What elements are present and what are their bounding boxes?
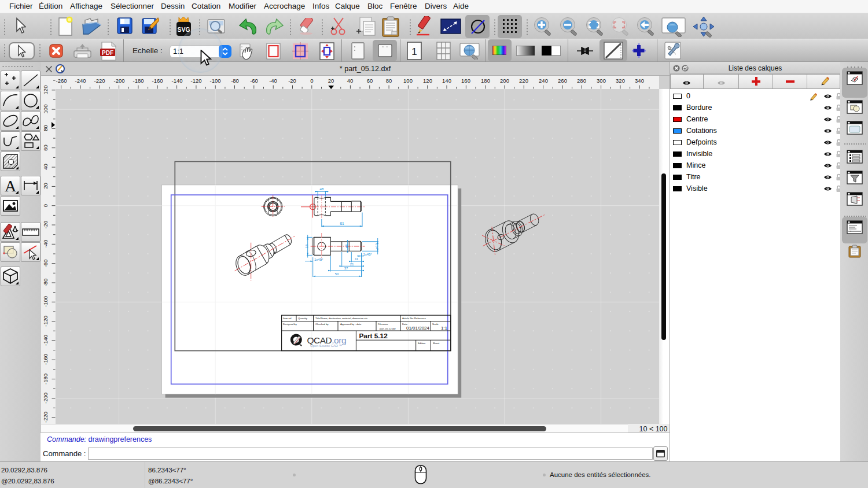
svg-text:1: 1 [411,46,417,57]
svg-text:37: 37 [344,267,348,270]
svg-text:11: 11 [355,257,359,261]
svg-text:1:1: 1:1 [441,326,448,331]
svg-text:1x45°: 1x45° [314,258,323,261]
svg-text:Filename: Filename [378,323,388,326]
svg-text:ø8: ø8 [319,187,324,191]
svg-text:ø8: ø8 [345,244,348,249]
svg-text:Open Source CAD ™: Open Source CAD ™ [310,344,342,347]
svg-text:A: A [5,177,17,195]
svg-text:21: 21 [350,263,354,266]
svg-text:Title/Name, destination, mater: Title/Name, destination, material, dimen… [315,317,368,320]
svg-text:Designed by: Designed by [283,323,297,326]
svg-text:Approved by - date: Approved by - date [340,323,362,326]
svg-text:Part 5.12: Part 5.12 [359,332,388,340]
svg-text:Article No./Reference: Article No./Reference [402,317,426,320]
svg-text:1x45°: 1x45° [363,253,373,256]
svg-text:Edition: Edition [418,342,426,345]
svg-text:50: 50 [335,272,339,276]
svg-text:Quantity: Quantity [298,317,308,320]
svg-text:PDF: PDF [102,50,113,56]
svg-text:Checked by: Checked by [315,323,329,326]
svg-text:01/01/2024: 01/01/2024 [406,326,430,331]
svg-text:Scale: Scale [432,323,439,326]
svg-text:ø10: ø10 [375,243,378,249]
svg-text:18: 18 [305,244,308,248]
svg-text:part_05.12.dxf: part_05.12.dxf [380,327,396,330]
svg-text:Sheet: Sheet [433,342,440,345]
svg-text:Item ref: Item ref [283,317,292,320]
svg-text:61: 61 [340,221,344,225]
